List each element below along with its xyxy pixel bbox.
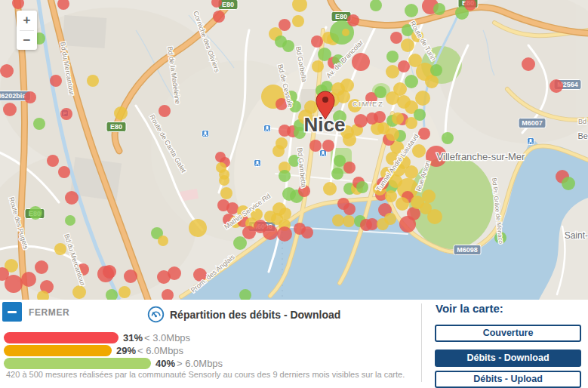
transit-station-icon <box>264 125 271 132</box>
measurement-dot <box>279 19 291 31</box>
zoom-control: + − <box>17 11 37 50</box>
measurement-dot <box>272 145 285 157</box>
measurement-dot <box>87 75 99 87</box>
measurement-dot <box>386 128 399 141</box>
measurement-dot <box>366 218 378 230</box>
measurement-dot <box>65 191 79 205</box>
measurement-dot <box>97 266 114 282</box>
measurement-dot <box>343 215 355 227</box>
map-canvas[interactable]: E80E80E80E80E80M6202bisM2564M6007M6098M6… <box>0 0 588 300</box>
measurement-dot <box>263 225 278 240</box>
measurement-dot <box>47 155 59 167</box>
sensorly-map-app: E80E80E80E80E80M6202bisM2564M6007M6098M6… <box>0 0 588 388</box>
measurement-dot <box>522 57 535 71</box>
measurement-dot <box>58 166 70 178</box>
measurement-dot <box>415 91 430 106</box>
measurement-dot <box>356 181 368 193</box>
measurement-dot <box>405 4 418 17</box>
road-badge: M6007 <box>519 119 546 128</box>
measurement-dot <box>220 187 232 199</box>
collapse-panel-button[interactable] <box>2 302 22 322</box>
zoom-out-button[interactable]: − <box>17 31 37 51</box>
measurement-dot <box>414 109 426 121</box>
measurement-dot <box>3 103 17 116</box>
panel-title: Répartition des débits - Download <box>170 309 340 321</box>
measurement-dot <box>433 3 445 15</box>
measurement-dot <box>374 111 386 123</box>
results-panel: FERMER Répartition des débits - Download… <box>0 300 588 388</box>
measurement-dot <box>386 51 399 63</box>
measurement-dot <box>233 236 247 250</box>
speedometer-icon <box>147 306 165 323</box>
measurement-dot <box>342 29 349 36</box>
debits-upload-button[interactable]: Débits - Upload <box>435 371 581 388</box>
measurement-dot <box>334 155 346 167</box>
measurement-dot <box>158 236 168 246</box>
map-selector-heading: Voir la carte: <box>436 302 581 315</box>
measurement-dot <box>442 132 454 144</box>
measurement-dot <box>159 105 171 117</box>
legend-label: 29%< 6.0Mbps <box>116 345 183 356</box>
legend-bar-orange <box>4 345 112 356</box>
measurement-dot <box>430 64 442 76</box>
road-badge: M6098 <box>454 245 481 255</box>
measurement-dot <box>393 82 407 96</box>
measurement-dot <box>264 211 276 223</box>
minus-icon <box>8 311 17 313</box>
svg-text:E80: E80 <box>222 1 234 8</box>
debits-download-button[interactable]: Débits - Download <box>435 350 581 367</box>
measurement-dot <box>24 91 36 103</box>
map-label: Bd <box>578 118 586 125</box>
measurement-dot <box>309 140 322 152</box>
measurement-dot <box>550 79 563 93</box>
measurement-note: 420 à 500 mesures réalisées par la commu… <box>6 370 414 379</box>
measurement-dot <box>401 38 414 52</box>
zoom-in-button[interactable]: + <box>17 11 37 30</box>
map-selector: Voir la carte: Couverture Débits - Downl… <box>435 302 581 315</box>
legend-bar-red <box>4 332 119 343</box>
measurement-dot <box>425 75 439 88</box>
measurement-dot <box>65 215 75 226</box>
measurement-dot <box>213 11 225 23</box>
measurement-dot <box>354 114 368 128</box>
legend-row: 40%> 6.0Mbps <box>4 358 223 369</box>
close-label: FERMER <box>29 307 69 318</box>
legend-label: 31%< 3.0Mbps <box>123 332 190 343</box>
measurement-dot <box>312 60 324 72</box>
measurement-dot <box>343 203 356 215</box>
map-label: Saint- <box>565 230 588 241</box>
measurement-dot <box>412 144 426 158</box>
measurement-dot <box>279 170 291 182</box>
measurement-dot <box>35 260 48 274</box>
measurement-dot <box>347 14 359 26</box>
measurement-dot <box>390 32 402 44</box>
couverture-button[interactable]: Couverture <box>435 325 581 342</box>
svg-text:E80: E80 <box>110 123 122 131</box>
transit-station-icon <box>202 131 209 137</box>
measurement-dot <box>277 226 292 242</box>
legend-row: 29%< 6.0Mbps <box>4 345 183 356</box>
measurement-dot <box>405 75 418 88</box>
measurement-dot <box>219 175 229 186</box>
measurement-dot <box>54 243 66 255</box>
measurement-dot <box>33 118 45 130</box>
measurement-dot <box>311 35 323 48</box>
road-badge: E80 <box>106 122 126 132</box>
measurement-dot <box>168 266 181 280</box>
measurement-dot <box>331 168 343 180</box>
measurement-dot <box>114 106 128 120</box>
measurement-dot <box>5 275 23 293</box>
svg-text:M6098: M6098 <box>457 246 478 254</box>
svg-text:E80: E80 <box>335 13 347 20</box>
measurement-dot <box>60 108 72 120</box>
transit-station-icon <box>528 138 534 145</box>
measurement-dot <box>72 285 86 299</box>
measurement-dot <box>374 86 386 98</box>
map-label: CIMIEZ <box>352 100 383 108</box>
measurement-dot <box>304 100 318 114</box>
measurement-dot <box>332 214 344 226</box>
vertical-divider <box>421 303 422 382</box>
measurement-dot <box>323 182 337 196</box>
legend-row: 31%< 3.0Mbps <box>4 332 190 343</box>
measurement-dot <box>396 197 409 211</box>
